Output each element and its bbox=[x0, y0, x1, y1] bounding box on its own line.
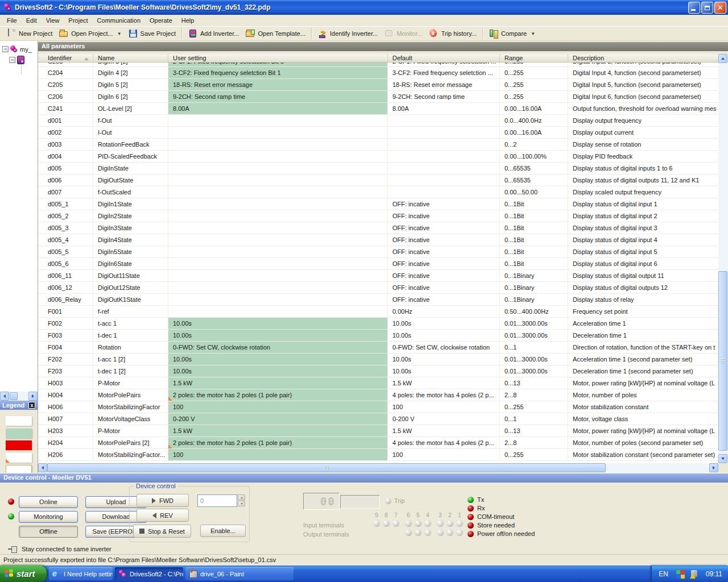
stop-reset-button[interactable]: Stop & Reset bbox=[133, 525, 191, 538]
range-cell[interactable]: 0...1Bit bbox=[500, 258, 568, 269]
user-setting-cell[interactable]: 3-CF2: Fixed frequency seletction Bit 1 bbox=[168, 67, 388, 78]
identifier-cell[interactable]: C204 bbox=[38, 67, 93, 78]
user-setting-cell[interactable] bbox=[168, 151, 388, 162]
table-row[interactable]: F002t-acc 110.00s10.00s0.01...3000.00sAc… bbox=[38, 318, 718, 330]
spin-down-icon[interactable] bbox=[238, 501, 245, 506]
description-cell[interactable]: Motor, power rating [kW]/{HP} at nominal… bbox=[568, 377, 718, 389]
user-setting-cell[interactable] bbox=[168, 115, 388, 126]
identifier-cell[interactable]: H007 bbox=[38, 413, 93, 425]
range-cell[interactable]: 0.00...16.00A bbox=[500, 103, 568, 114]
default-cell[interactable]: OFF: incative bbox=[388, 198, 500, 210]
range-cell[interactable]: 2...8 bbox=[500, 389, 568, 401]
scroll-down-icon[interactable] bbox=[718, 454, 727, 463]
menu-item-help[interactable]: Help bbox=[177, 16, 199, 25]
tree-expander-icon[interactable]: − bbox=[9, 57, 15, 63]
user-setting-cell[interactable]: 10.00s bbox=[168, 354, 388, 365]
default-cell[interactable]: 4 poles: the motor has 4 poles (2 p... bbox=[388, 389, 500, 401]
description-cell[interactable]: Direction of rotation, function of the S… bbox=[568, 342, 718, 353]
name-cell[interactable]: DigiIn 4 [2] bbox=[93, 67, 168, 78]
restore-button[interactable] bbox=[701, 2, 713, 14]
description-cell[interactable]: Acceleration time 1 bbox=[568, 318, 718, 329]
range-cell[interactable]: 0...1 bbox=[500, 342, 568, 353]
default-cell[interactable] bbox=[388, 151, 500, 162]
identifier-cell[interactable]: C206 bbox=[38, 91, 93, 102]
name-cell[interactable]: t-dec 1 bbox=[93, 330, 168, 341]
description-cell[interactable]: Motor, number of poles (second parameter… bbox=[568, 437, 718, 448]
description-cell[interactable]: Deceleration time 1 bbox=[568, 330, 718, 341]
scrollbar-thumb[interactable] bbox=[47, 463, 606, 472]
identifier-cell[interactable]: H004 bbox=[38, 389, 93, 401]
table-row[interactable]: F202t-acc 1 [2]10.00s10.00s0.01...3000.0… bbox=[38, 354, 718, 365]
name-cell[interactable]: DigiIn1State bbox=[93, 198, 168, 210]
identifier-cell[interactable]: F203 bbox=[38, 365, 93, 377]
table-row[interactable]: H203P-Motor1.5 kW1.5 kW0...13Motor, powe… bbox=[38, 425, 718, 437]
range-cell[interactable]: 0...1Bit bbox=[500, 246, 568, 257]
identifier-cell[interactable]: d006_Relay bbox=[38, 294, 93, 305]
default-cell[interactable] bbox=[388, 115, 500, 126]
table-row[interactable]: F203t-dec 1 [2]10.00s10.00s0.01...3000.0… bbox=[38, 365, 718, 377]
user-setting-cell[interactable]: 1.5 kW bbox=[168, 377, 388, 389]
default-cell[interactable]: OFF: incative bbox=[388, 210, 500, 222]
identify-inverter-button[interactable]: ?Identify Inverter... bbox=[315, 27, 381, 40]
default-cell[interactable]: OFF: incative bbox=[388, 294, 500, 305]
identifier-cell[interactable]: C205 bbox=[38, 79, 93, 90]
range-cell[interactable]: 0.01...3000.00s bbox=[500, 318, 568, 329]
task-button-1[interactable]: I Need Help setting u... bbox=[49, 567, 113, 580]
menu-item-communication[interactable]: Communication bbox=[93, 16, 145, 25]
open-template-button[interactable]: Open Template... bbox=[242, 27, 309, 40]
column-header-name[interactable]: Name bbox=[93, 54, 168, 63]
offline-button[interactable]: Offline bbox=[19, 526, 78, 538]
name-cell[interactable]: DigiIn3State bbox=[93, 222, 168, 234]
table-row[interactable]: F004Rotation0-FWD: Set CW, clockwise rot… bbox=[38, 342, 718, 354]
default-cell[interactable]: 100 bbox=[388, 449, 500, 460]
description-cell[interactable]: Display PID feedback bbox=[568, 151, 718, 162]
user-setting-cell[interactable] bbox=[168, 186, 388, 198]
default-cell[interactable]: 10.00s bbox=[388, 318, 500, 329]
table-row[interactable]: H004MotorPolePairs2 poles: the motor has… bbox=[38, 389, 718, 401]
name-cell[interactable]: t-dec 1 [2] bbox=[93, 365, 168, 377]
user-setting-cell[interactable]: 100 bbox=[168, 449, 388, 460]
default-cell[interactable]: 18-RS: Reset error message bbox=[388, 79, 500, 90]
user-setting-cell[interactable] bbox=[168, 306, 388, 317]
user-setting-cell[interactable]: 2-CF1: Fixed frequency selectction Bit 0 bbox=[168, 63, 388, 66]
tree-node-project[interactable]: − my_ bbox=[2, 45, 32, 53]
table-row[interactable]: C203DigiIn 3 [2]2-CF1: Fixed frequency s… bbox=[38, 63, 718, 67]
column-header-description[interactable]: Description bbox=[568, 54, 718, 63]
name-cell[interactable]: DigiOut11State bbox=[93, 270, 168, 281]
close-button[interactable]: ✕ bbox=[714, 2, 726, 14]
table-row[interactable]: H006MotorStabilizingFactor1001000...255M… bbox=[38, 401, 718, 413]
user-setting-cell[interactable]: 0-FWD: Set CW, clockwise rotation bbox=[168, 342, 388, 353]
description-cell[interactable]: Display status of digital input 5 bbox=[568, 246, 718, 257]
description-cell[interactable]: Digital Input 5, function (second parame… bbox=[568, 79, 718, 90]
monitoring-button[interactable]: Monitoring bbox=[19, 511, 78, 523]
name-cell[interactable]: MotorPolePairs bbox=[93, 389, 168, 401]
table-row[interactable]: C204DigiIn 4 [2]3-CF2: Fixed frequency s… bbox=[38, 67, 718, 79]
range-cell[interactable]: 0...1 bbox=[500, 413, 568, 425]
start-button[interactable]: start bbox=[0, 566, 47, 582]
table-row[interactable]: d005_5DigiIn5StateOFF: incative0...1BitD… bbox=[38, 246, 718, 258]
description-cell[interactable]: Display status of digital output 11 bbox=[568, 270, 718, 281]
default-cell[interactable]: 2-CF1: Fixed frequency selectction ... bbox=[388, 63, 500, 66]
menu-item-file[interactable]: File bbox=[2, 16, 22, 25]
table-row[interactable]: H003P-Motor1.5 kW1.5 kW0...13Motor, powe… bbox=[38, 377, 718, 389]
range-cell[interactable]: 0.01...3000.00s bbox=[500, 330, 568, 341]
user-setting-cell[interactable] bbox=[168, 163, 388, 174]
language-indicator[interactable]: EN bbox=[659, 570, 668, 578]
user-setting-cell[interactable] bbox=[168, 270, 388, 281]
identifier-cell[interactable]: d004 bbox=[38, 151, 93, 162]
column-header-identifier[interactable]: Identifier bbox=[38, 54, 93, 63]
enable-button[interactable]: Enable... bbox=[200, 525, 246, 537]
spin-up-icon[interactable] bbox=[238, 494, 245, 500]
table-row[interactable]: F001f-ref0.00Hz0.50...400.00HzFrequency … bbox=[38, 306, 718, 318]
online-button[interactable]: Online bbox=[19, 496, 78, 508]
name-cell[interactable]: MotorPolePairs [2] bbox=[93, 437, 168, 448]
description-cell[interactable]: Deceleration time 1 (second parameter se… bbox=[568, 365, 718, 377]
menu-item-project[interactable]: Project bbox=[64, 16, 92, 25]
name-cell[interactable]: P-Motor bbox=[93, 377, 168, 389]
description-cell[interactable]: Display status of digital input 2 bbox=[568, 210, 718, 222]
range-cell[interactable]: 0...1Bit bbox=[500, 198, 568, 210]
name-cell[interactable]: MotorStabilizingFactor bbox=[93, 401, 168, 413]
identifier-cell[interactable]: H206 bbox=[38, 449, 93, 460]
scrollbar-thumb[interactable] bbox=[718, 271, 727, 451]
name-cell[interactable]: DigiIn 5 [2] bbox=[93, 79, 168, 90]
